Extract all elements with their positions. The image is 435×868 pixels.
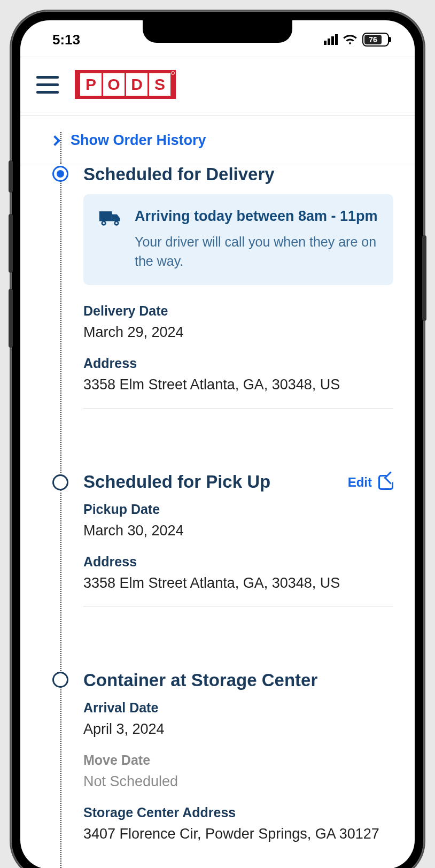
field-value: 3358 Elm Street Atlanta, GA, 30348, US [83,575,393,592]
alert-subtitle: Your driver will call you when they are … [135,232,378,271]
timeline-connector [60,687,61,869]
field-label: Storage Center Address [83,805,393,820]
field-value: April 3, 2024 [83,721,393,738]
step-title: Scheduled for Delivery [83,164,393,185]
pickup-date-field: Pickup Date March 30, 2024 [83,502,393,539]
delivery-address-field: Address 3358 Elm Street Atlanta, GA, 303… [83,356,393,393]
brand-logo[interactable]: P O D S [75,70,176,99]
field-value: 3407 Florence Cir, Powder Springs, GA 30… [83,826,393,842]
timeline-step-storage: Container at Storage Center Arrival Date… [52,670,393,869]
storage-address-field: Storage Center Address 3407 Florence Cir… [83,805,393,842]
move-date-field: Move Date Not Scheduled [83,752,393,790]
field-label: Pickup Date [83,502,393,517]
chevron-right-icon [50,135,60,146]
timeline-marker-active-icon [52,166,68,182]
truck-icon [98,208,122,271]
timeline-connector [60,490,61,671]
field-label: Delivery Date [83,303,393,319]
battery-icon: 76 [362,33,389,47]
field-label: Address [83,554,393,570]
phone-volume-down [9,289,13,348]
wifi-icon [343,32,357,48]
timeline-marker-icon [52,474,68,490]
phone-silence-switch [9,160,13,193]
field-value: 3358 Elm Street Atlanta, GA, 30348, US [83,377,393,393]
field-value: Not Scheduled [83,773,393,790]
edit-label: Edit [348,475,372,490]
phone-device-frame: 5:13 76 P O D S [11,11,424,868]
timeline-step-pickup: Scheduled for Pick Up Edit Pickup Date M… [52,473,393,671]
status-time: 5:13 [52,32,80,48]
order-timeline: Scheduled for Delivery [20,164,415,868]
field-label: Arrival Date [83,700,393,716]
phone-power-button [422,235,426,321]
svg-point-4 [115,222,118,224]
phone-screen: 5:13 76 P O D S [20,20,415,868]
section-divider [83,606,393,607]
edit-icon [378,475,393,490]
menu-button[interactable] [36,76,59,94]
timeline-step-delivery: Scheduled for Delivery [52,164,393,473]
svg-point-3 [103,222,105,224]
delivery-alert: Arriving today between 8am - 11pm Your d… [83,194,393,285]
pickup-address-field: Address 3358 Elm Street Atlanta, GA, 303… [83,554,393,592]
timeline-connector [60,181,61,473]
alert-title: Arriving today between 8am - 11pm [135,208,378,225]
field-value: March 29, 2024 [83,324,393,341]
section-divider [83,408,393,409]
arrival-date-field: Arrival Date April 3, 2024 [83,700,393,738]
step-title: Container at Storage Center [83,670,393,690]
timeline-connector [60,132,61,164]
battery-level: 76 [364,35,382,44]
cellular-signal-icon [324,34,338,45]
phone-volume-up [9,214,13,273]
field-label: Address [83,356,393,371]
order-content: Show Order History Scheduled for Deliver… [20,116,415,868]
delivery-date-field: Delivery Date March 29, 2024 [83,303,393,341]
svg-rect-0 [99,211,112,221]
phone-notch [143,20,292,43]
timeline-marker-icon [52,672,68,688]
show-order-history-button[interactable]: Show Order History [20,116,415,165]
step-title: Scheduled for Pick Up [83,472,270,492]
field-value: March 30, 2024 [83,523,393,539]
history-toggle-label: Show Order History [71,132,206,149]
edit-pickup-button[interactable]: Edit [348,475,393,490]
app-header: P O D S [20,57,415,112]
field-label: Move Date [83,752,393,768]
